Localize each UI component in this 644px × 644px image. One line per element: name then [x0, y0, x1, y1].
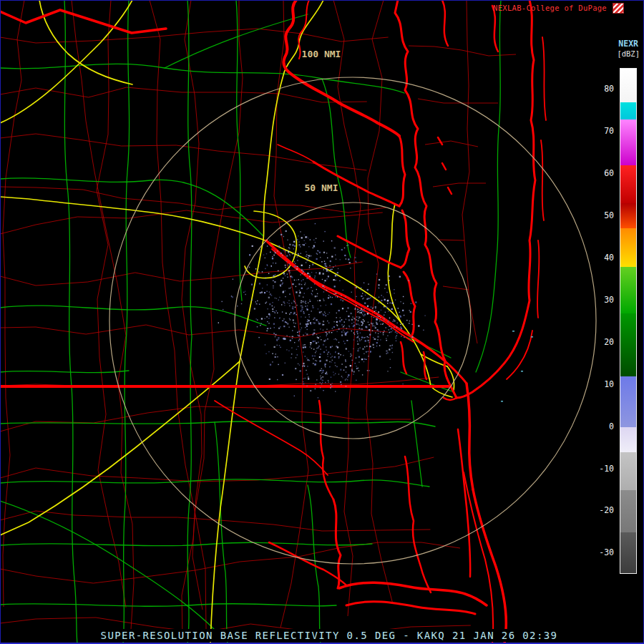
cod-logo-icon	[613, 3, 624, 14]
atlantic-coastline	[467, 384, 473, 489]
colorbar-tick-label: -20	[590, 504, 614, 516]
range-rings	[109, 77, 596, 564]
colorbar-tick-label: -30	[590, 547, 614, 558]
ring-label-50nmi: 50 NMI	[305, 182, 338, 193]
product-caption-text: SUPER-RESOLUTION BASE REFLECTIVITY 0.5 D…	[97, 629, 562, 642]
colorbar-tick-label: 30	[590, 294, 614, 306]
radar-display: 100 NMI 50 NMI NEXLAB-College of DuPage …	[0, 0, 644, 644]
delmarva-bay-shore	[395, 0, 457, 398]
ring-labels: 100 NMI 50 NMI	[302, 49, 341, 193]
colorbar-tick-label: 0	[590, 421, 614, 432]
ring-label-100nmi: 100 NMI	[302, 49, 341, 59]
potomac-river	[283, 0, 399, 136]
road-network	[0, 0, 501, 644]
county-lines	[0, 0, 516, 637]
colorbar-tick-label: 80	[590, 83, 614, 94]
product-caption: SUPER-RESOLUTION BASE REFLECTIVITY 0.5 D…	[0, 630, 644, 641]
colorbar-tick-label: 50	[590, 210, 614, 221]
james-river	[266, 240, 428, 348]
range-ring-100nmi	[109, 77, 596, 564]
radar-map: 100 NMI 50 NMI	[0, 0, 644, 644]
colorbar-tick-label: 70	[590, 125, 614, 137]
colorbar-tick-label: 10	[590, 379, 614, 390]
state-and-coast-lines	[0, 0, 546, 644]
colorbar-tick-label: 60	[590, 167, 614, 179]
colorbar-unit: [dBZ]	[617, 49, 640, 58]
colorbar-gradient	[620, 68, 637, 574]
colorbar-title: NEXR	[618, 39, 638, 49]
attribution-text: NEXLAB-College of DuPage	[493, 4, 607, 12]
delmarva-ocean-shore	[457, 0, 535, 398]
colorbar-tick-label: 20	[590, 336, 614, 348]
colorbar-tick-label: 40	[590, 252, 614, 263]
colorbar: NEXR [dBZ] 80706050403020100-10-20-30	[558, 0, 644, 644]
colorbar-tick-label: -10	[590, 463, 614, 474]
